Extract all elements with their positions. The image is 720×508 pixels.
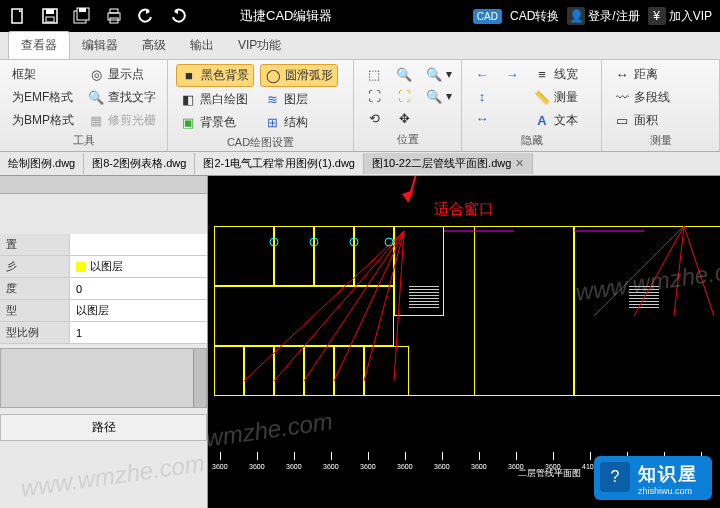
zoom-in-icon: 🔍 <box>396 66 412 82</box>
lineweight-button[interactable]: ≡线宽 <box>530 64 582 85</box>
crop-icon: ▦ <box>88 113 104 129</box>
question-icon: ? <box>600 462 630 492</box>
svg-line-10 <box>408 176 442 202</box>
properties-scroll[interactable] <box>0 348 207 408</box>
doctab-3[interactable]: 图10-22二层管线平面图.dwg✕ <box>364 153 533 174</box>
workspace: 置 彡以图层 度0 型以图层 型比例1 路径 适合窗口 <box>0 176 720 508</box>
brand-name: 知识屋 <box>638 462 698 486</box>
group-hide: ← ↕ ↔ → ≡线宽 📏测量 A文本 隐藏 <box>462 60 602 151</box>
redo-icon[interactable] <box>168 6 188 26</box>
tab-editor[interactable]: 编辑器 <box>70 32 130 59</box>
login-button[interactable]: 👤登录/注册 <box>567 7 639 25</box>
arrow-ud-icon: ↕ <box>474 88 490 104</box>
svg-point-21 <box>270 238 278 246</box>
measure-button[interactable]: 📏测量 <box>530 87 582 108</box>
tab-output[interactable]: 输出 <box>178 32 226 59</box>
smooth-arc-button[interactable]: ◯圆滑弧形 <box>260 64 338 87</box>
fit-icon: ⛶ <box>396 88 412 104</box>
brand-logo: ? 知识屋 zhishiwu.com <box>594 456 712 500</box>
zoom-in-button[interactable]: 🔍 <box>392 64 416 84</box>
pos-btn-3[interactable]: ⟲ <box>362 108 386 128</box>
bg-color-button[interactable]: ▣背景色 <box>176 112 254 133</box>
print-icon[interactable] <box>104 6 124 26</box>
titlebar: 迅捷CAD编辑器 CAD CAD转换 👤登录/注册 ¥加入VIP <box>0 0 720 32</box>
select-icon: ⬚ <box>366 66 382 82</box>
svg-line-20 <box>684 226 714 316</box>
extents-icon: ⛶ <box>366 88 382 104</box>
emf-button[interactable]: 为EMF格式 <box>8 87 78 108</box>
prop-row: 型比例1 <box>0 322 207 344</box>
bw-icon: ◧ <box>180 92 196 108</box>
tab-vip[interactable]: VIP功能 <box>226 32 293 59</box>
document-tabs: 绘制图例.dwg 图8-2图例表格.dwg 图2-1电气工程常用图例(1).dw… <box>0 152 720 176</box>
doctab-2[interactable]: 图2-1电气工程常用图例(1).dwg <box>195 153 364 174</box>
titlebar-right: CAD CAD转换 👤登录/注册 ¥加入VIP <box>473 7 712 25</box>
doctab-1[interactable]: 图8-2图例表格.dwg <box>84 153 195 174</box>
pan-button[interactable]: ✥ <box>392 108 416 128</box>
arrow-updown-button[interactable]: ↕ <box>470 86 494 106</box>
pos-btn-1[interactable]: ⬚ <box>362 64 386 84</box>
pan-icon: ✥ <box>396 110 412 126</box>
svg-line-16 <box>394 231 404 381</box>
zoom-dd-2[interactable]: 🔍▾ <box>422 86 456 106</box>
bmp-button[interactable]: 为BMP格式 <box>8 110 78 131</box>
doctab-0[interactable]: 绘制图例.dwg <box>0 153 84 174</box>
color-swatch-icon <box>76 262 86 272</box>
search-icon: 🔍 <box>88 90 104 106</box>
black-bg-button[interactable]: ■黑色背景 <box>176 64 254 87</box>
structure-button[interactable]: ⊞结构 <box>260 112 338 133</box>
cad-badge: CAD <box>473 9 502 24</box>
save-icon[interactable] <box>40 6 60 26</box>
prop-row: 型以图层 <box>0 300 207 322</box>
properties-panel: 置 彡以图层 度0 型以图层 型比例1 路径 <box>0 176 208 508</box>
group-tools: 框架 为EMF格式 为BMP格式 ◎显示点 🔍查找文字 ▦修剪光栅 工具 <box>0 60 168 151</box>
new-file-icon[interactable] <box>8 6 28 26</box>
frame-button[interactable]: 框架 <box>8 64 78 85</box>
close-icon[interactable]: ✕ <box>515 157 524 169</box>
app-title: 迅捷CAD编辑器 <box>240 7 332 25</box>
properties-header <box>0 176 207 194</box>
prop-row: 度0 <box>0 278 207 300</box>
vip-button[interactable]: ¥加入VIP <box>648 7 712 25</box>
trim-raster-button[interactable]: ▦修剪光栅 <box>84 110 160 131</box>
convert-button[interactable]: CAD转换 <box>510 8 559 25</box>
save-all-icon[interactable] <box>72 6 92 26</box>
arc-icon: ◯ <box>265 68 281 84</box>
group-label-cad: CAD绘图设置 <box>176 133 345 150</box>
brand-url: zhishiwu.com <box>638 486 698 496</box>
arrow-right-button[interactable]: → <box>500 64 524 84</box>
text-button[interactable]: A文本 <box>530 110 582 131</box>
layers-button[interactable]: ≋图层 <box>260 89 338 110</box>
bw-draw-button[interactable]: ◧黑白绘图 <box>176 89 254 110</box>
zoom-dd-1[interactable]: 🔍▾ <box>422 64 456 84</box>
polyline-button[interactable]: 〰多段线 <box>610 87 674 108</box>
arrow-lr-button[interactable]: ↔ <box>470 108 494 128</box>
svg-line-19 <box>674 226 684 316</box>
arrow-lr-icon: ↔ <box>474 110 490 126</box>
group-label-tools: 工具 <box>8 131 159 148</box>
group-position: ⬚ ⛶ ⟲ 🔍 ⛶ ✥ 🔍▾ 🔍▾ 位置 <box>354 60 462 151</box>
svg-line-18 <box>634 226 684 316</box>
drawing-canvas[interactable]: 适合窗口 <box>208 176 720 508</box>
prop-row: 置 <box>0 234 207 256</box>
fit-window-button[interactable]: ⛶ <box>392 86 416 106</box>
group-label-position: 位置 <box>362 130 453 147</box>
undo-icon[interactable] <box>136 6 156 26</box>
prop-row: 彡以图层 <box>0 256 207 278</box>
show-points-button[interactable]: ◎显示点 <box>84 64 160 85</box>
tab-viewer[interactable]: 查看器 <box>8 31 70 59</box>
path-button[interactable]: 路径 <box>0 414 207 441</box>
find-text-button[interactable]: 🔍查找文字 <box>84 87 160 108</box>
area-icon: ▭ <box>614 113 630 129</box>
group-measure: ↔距离 〰多段线 ▭面积 测量 <box>602 60 720 151</box>
yen-icon: ¥ <box>648 7 666 25</box>
group-label-hide: 隐藏 <box>470 131 593 148</box>
distance-button[interactable]: ↔距离 <box>610 64 674 85</box>
pos-btn-2[interactable]: ⛶ <box>362 86 386 106</box>
arrow-left-button[interactable]: ← <box>470 64 494 84</box>
svg-line-17 <box>594 226 684 316</box>
tab-advanced[interactable]: 高级 <box>130 32 178 59</box>
svg-line-14 <box>334 231 404 381</box>
rotate-icon: ⟲ <box>366 110 382 126</box>
area-button[interactable]: ▭面积 <box>610 110 674 131</box>
